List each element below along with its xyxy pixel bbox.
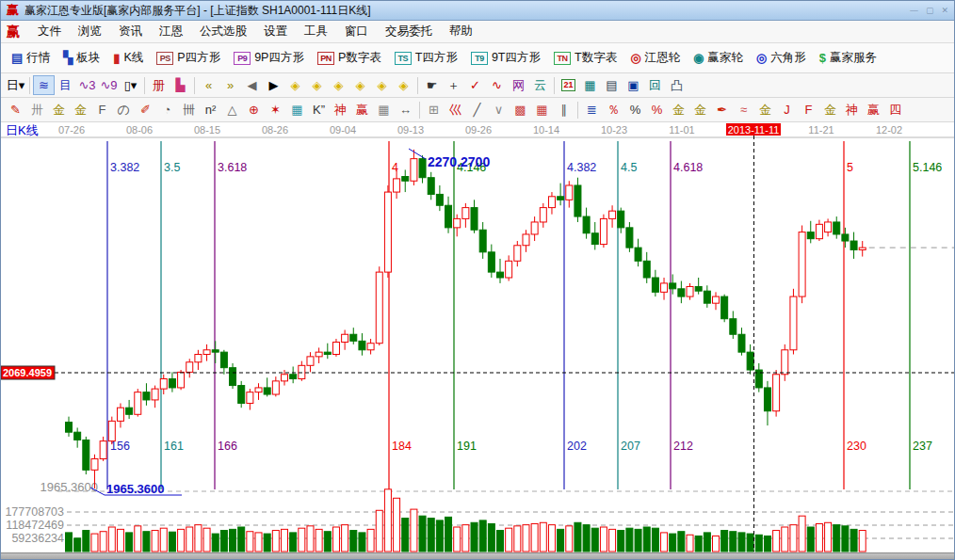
calendar-icon[interactable]: 21 <box>558 75 579 95</box>
spiral-icon[interactable]: の <box>113 100 135 120</box>
crosshair-tool-icon[interactable]: ＋ <box>443 75 464 95</box>
menu-item-文件[interactable]: 文件 <box>29 21 70 42</box>
info-panel-icon[interactable]: 目 <box>55 75 76 95</box>
fan-lines-icon[interactable]: 巛 <box>445 100 466 120</box>
square-grid-icon[interactable]: ▦ <box>286 100 308 120</box>
notes-icon[interactable]: ▤ <box>601 75 623 95</box>
brush-icon[interactable]: ✎ <box>5 100 26 120</box>
toolbar-button-行情[interactable]: ▤行情 <box>5 46 57 71</box>
menu-item-浏览[interactable]: 浏览 <box>70 21 110 42</box>
first-page-icon[interactable]: « <box>198 75 219 95</box>
close-button[interactable]: ✕ <box>941 6 948 15</box>
gold-slant-icon[interactable]: 金 <box>819 100 841 120</box>
candle-style-dropdown[interactable]: ▯▾ <box>120 75 141 95</box>
star-grid-icon[interactable]: ✶ <box>265 100 286 120</box>
red-brush-icon[interactable]: ✐ <box>135 100 156 120</box>
kline-chart[interactable]: 07-2608-0608-1508-2609-0409-1309-2610-14… <box>1 122 955 552</box>
shen-slant-icon[interactable]: 神 <box>841 100 863 120</box>
hash-lines-icon[interactable]: 卌 <box>178 100 200 120</box>
toolbar-button-赢家服务[interactable]: $赢家服务 <box>813 46 883 71</box>
v-line-icon[interactable]: ∨ <box>488 100 510 120</box>
kline-period-dropdown[interactable]: 日▾ <box>5 75 26 95</box>
toolbar-button-赢家轮[interactable]: ◉赢家轮 <box>687 46 750 71</box>
gann-target-icon[interactable]: ⊕ <box>243 100 265 120</box>
purple-net-icon[interactable]: 网 <box>508 75 529 95</box>
cloud-icon[interactable]: 云 <box>529 75 551 95</box>
next-bar-icon[interactable]: ▶ <box>263 75 284 95</box>
toolbar-button-9T四方形[interactable]: T99T四方形 <box>464 46 547 71</box>
diamond-expand-icon[interactable]: ◈ <box>328 75 349 95</box>
toolbar-button-9P四方形[interactable]: P99P四方形 <box>227 46 311 71</box>
maximize-button[interactable]: ▢ <box>926 6 934 15</box>
ying-tool-icon[interactable]: 赢 <box>351 100 373 120</box>
calculator-icon[interactable]: ▦ <box>579 75 601 95</box>
chip-distribution-icon[interactable]: ≋ <box>33 75 55 95</box>
percent-line-icon[interactable]: ％ <box>603 100 624 120</box>
menu-item-资讯[interactable]: 资讯 <box>110 21 151 42</box>
ying-slant-icon[interactable]: 赢 <box>863 100 884 120</box>
f-slant-icon[interactable]: F <box>798 100 819 120</box>
gold-circle-icon[interactable]: 金 <box>668 100 689 120</box>
si-slant-icon[interactable]: 四 <box>884 100 906 120</box>
red-pattern-icon[interactable]: 册 <box>148 75 170 95</box>
menu-item-江恩[interactable]: 江恩 <box>151 21 191 42</box>
parallel-lines-icon[interactable]: ∥ <box>553 100 575 120</box>
percent-icon[interactable]: % <box>624 100 646 120</box>
gold-underline-icon[interactable]: 金 <box>754 100 776 120</box>
toolbar-button-T四方形[interactable]: TST四方形 <box>388 46 464 71</box>
diamond-right-icon[interactable]: ◈ <box>306 75 328 95</box>
frame-tool-icon[interactable]: ⊞ <box>423 100 445 120</box>
diamond-center-icon[interactable]: ◈ <box>371 75 393 95</box>
print-icon[interactable]: 凸 <box>666 75 688 95</box>
percent-under-icon[interactable]: % <box>646 100 668 120</box>
menu-item-交易委托[interactable]: 交易委托 <box>377 21 441 42</box>
toolbar-button-六角形[interactable]: ◎六角形 <box>750 46 813 71</box>
diamond-left-icon[interactable]: ◈ <box>284 75 306 95</box>
toolbar-button-P数字表[interactable]: PNP数字表 <box>311 46 388 71</box>
chart-area[interactable]: 07-2608-0608-1508-2609-0409-1309-2610-14… <box>1 122 955 552</box>
flag-icon[interactable]: △ <box>221 100 243 120</box>
menu-item-公式选股[interactable]: 公式选股 <box>191 21 255 42</box>
prev-bar-icon[interactable]: ◀ <box>241 75 263 95</box>
menu-item-窗口[interactable]: 窗口 <box>336 21 377 42</box>
toolbar-button-板块[interactable]: ▚板块 <box>57 46 106 71</box>
gold-section2-icon[interactable]: 金 <box>70 100 91 120</box>
toolbar-button-江恩轮[interactable]: ◎江恩轮 <box>623 46 687 71</box>
gold-section-icon[interactable]: 金 <box>48 100 70 120</box>
hand-tool-icon[interactable]: ☛ <box>421 75 443 95</box>
clock-cycle-icon[interactable]: ◔ <box>156 100 178 120</box>
n-squared-icon[interactable]: n² <box>200 100 221 120</box>
grid-123-icon[interactable]: ▦ <box>373 100 395 120</box>
toolbar-button-T数字表[interactable]: TNT数字表 <box>547 46 623 71</box>
span-arrow-icon[interactable]: ↔ <box>395 100 416 120</box>
diamond-full-icon[interactable]: ◈ <box>393 75 414 95</box>
wave-band-icon[interactable]: ≈ <box>733 100 754 120</box>
toolbar-button-K线[interactable]: ▮K线 <box>106 46 150 71</box>
zigzag-line-icon[interactable]: ∿ <box>486 75 508 95</box>
k-note-icon[interactable]: K” <box>308 100 330 120</box>
j-slant-icon[interactable]: J <box>776 100 798 120</box>
menu-item-工具[interactable]: 工具 <box>296 21 336 42</box>
trend-line-icon[interactable]: ╱ <box>466 100 488 120</box>
grid-red2-icon[interactable]: ▦ <box>531 100 553 120</box>
gold-line-icon[interactable]: 金 <box>689 100 711 120</box>
flag-pen-icon[interactable]: ✒ <box>711 100 733 120</box>
toolbar-button-P四方形[interactable]: PSP四方形 <box>150 46 227 71</box>
shen-tool-icon[interactable]: 神 <box>330 100 351 120</box>
bar-compare-icon[interactable]: ≣ <box>581 100 603 120</box>
angle-check-icon[interactable]: ✓ <box>464 75 486 95</box>
diamond-compress-icon[interactable]: ◈ <box>349 75 371 95</box>
menu-item-设置[interactable]: 设置 <box>255 21 296 42</box>
f-lines-icon[interactable]: F <box>91 100 113 120</box>
minimize-button[interactable]: — <box>910 6 918 15</box>
network-icon[interactable]: 回 <box>644 75 666 95</box>
wave-count-3-icon[interactable]: ∿3 <box>76 75 98 95</box>
wave-count-9-icon[interactable]: ∿9 <box>98 75 120 95</box>
grid-lines-icon[interactable]: 卅 <box>26 100 48 120</box>
save-icon[interactable]: ▣ <box>623 75 644 95</box>
menu-item-帮助[interactable]: 帮助 <box>441 21 481 42</box>
grid-red-icon[interactable]: ▩ <box>510 100 531 120</box>
bottom-scrollbar[interactable] <box>1 552 954 560</box>
color-histogram-icon[interactable]: ▙ <box>170 75 191 95</box>
last-page-icon[interactable]: » <box>219 75 241 95</box>
